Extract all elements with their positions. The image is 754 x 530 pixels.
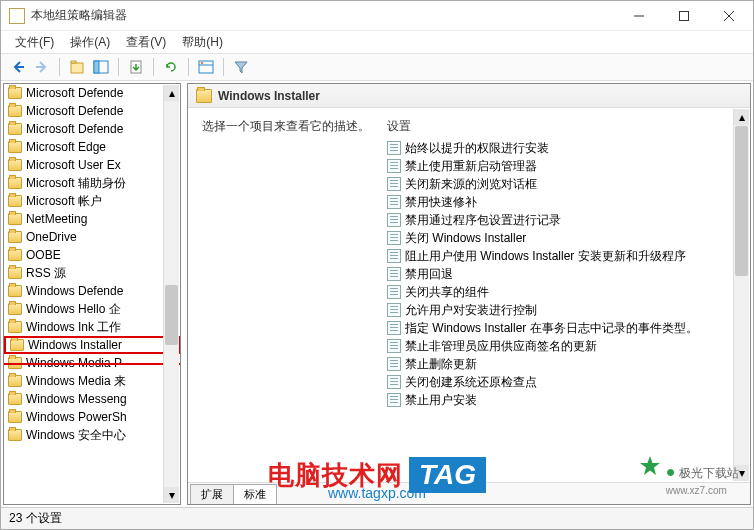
setting-item[interactable]: 禁用通过程序包设置进行记录	[387, 211, 742, 229]
tree-item[interactable]: OOBE	[4, 246, 180, 264]
toolbar-separator	[153, 58, 154, 76]
svg-rect-13	[201, 62, 203, 64]
policy-icon	[387, 375, 401, 389]
tree-item[interactable]: Windows Media 来	[4, 372, 180, 390]
tree-item[interactable]: RSS 源	[4, 264, 180, 282]
menu-file[interactable]: 文件(F)	[7, 32, 62, 53]
menu-view[interactable]: 查看(V)	[118, 32, 174, 53]
scroll-up-arrow[interactable]: ▴	[164, 85, 179, 101]
folder-icon	[8, 393, 22, 405]
forward-button[interactable]	[31, 56, 53, 78]
policy-icon	[387, 303, 401, 317]
folder-icon	[8, 249, 22, 261]
refresh-button[interactable]	[160, 56, 182, 78]
tree-scrollbar[interactable]: ▴ ▾	[163, 85, 179, 503]
tree-item[interactable]: Windows Ink 工作	[4, 318, 180, 336]
window-title: 本地组策略编辑器	[31, 7, 616, 24]
tree-pane[interactable]: Microsoft DefendeMicrosoft DefendeMicros…	[3, 83, 181, 505]
setting-item[interactable]: 禁止非管理员应用供应商签名的更新	[387, 337, 742, 355]
tree-item[interactable]: OneDrive	[4, 228, 180, 246]
policy-icon	[387, 393, 401, 407]
tree-item[interactable]: Windows Messeng	[4, 390, 180, 408]
close-button[interactable]	[706, 1, 751, 30]
filter-button[interactable]	[230, 56, 252, 78]
policy-icon	[387, 339, 401, 353]
setting-label: 关闭共享的组件	[405, 284, 489, 301]
setting-item[interactable]: 禁止使用重新启动管理器	[387, 157, 742, 175]
scroll-thumb[interactable]	[735, 126, 748, 276]
tree-item-label: Windows Messeng	[26, 392, 127, 406]
window-controls	[616, 1, 751, 30]
show-hide-tree-button[interactable]	[90, 56, 112, 78]
folder-icon	[8, 285, 22, 297]
folder-icon	[8, 213, 22, 225]
menu-action[interactable]: 操作(A)	[62, 32, 118, 53]
scroll-up-arrow[interactable]: ▴	[734, 109, 749, 125]
tree-item-label: Microsoft 辅助身份	[26, 175, 126, 192]
description-text: 选择一个项目来查看它的描述。	[202, 118, 387, 135]
folder-icon	[8, 267, 22, 279]
tree-item[interactable]: Microsoft Edge	[4, 138, 180, 156]
tree-item[interactable]: NetMeeting	[4, 210, 180, 228]
setting-item[interactable]: 始终以提升的权限进行安装	[387, 139, 742, 157]
tab-extended[interactable]: 扩展	[190, 484, 234, 504]
tree-item[interactable]: Windows PowerSh	[4, 408, 180, 426]
menu-bar: 文件(F) 操作(A) 查看(V) 帮助(H)	[1, 31, 753, 53]
tree-item[interactable]: Microsoft Defende	[4, 102, 180, 120]
folder-icon	[8, 195, 22, 207]
tree-item-label: Microsoft User Ex	[26, 158, 121, 172]
menu-help[interactable]: 帮助(H)	[174, 32, 231, 53]
toolbar	[1, 53, 753, 81]
policy-icon	[387, 159, 401, 173]
tree-item[interactable]: Windows Hello 企	[4, 300, 180, 318]
tree-item-label: Windows Hello 企	[26, 301, 121, 318]
tree-item-label: OOBE	[26, 248, 61, 262]
tree-item[interactable]: Microsoft Defende	[4, 84, 180, 102]
setting-item[interactable]: 禁用回退	[387, 265, 742, 283]
scroll-thumb[interactable]	[165, 285, 178, 345]
policy-icon	[387, 285, 401, 299]
detail-content: 选择一个项目来查看它的描述。 设置 始终以提升的权限进行安装禁止使用重新启动管理…	[188, 108, 750, 482]
tree-item[interactable]: Windows Installer	[4, 336, 180, 354]
tree-item[interactable]: Microsoft 辅助身份	[4, 174, 180, 192]
settings-header[interactable]: 设置	[387, 118, 742, 135]
policy-icon	[387, 213, 401, 227]
tree-item-label: Windows Installer	[28, 338, 122, 352]
scroll-down-arrow[interactable]: ▾	[734, 465, 749, 481]
title-bar: 本地组策略编辑器	[1, 1, 753, 31]
policy-icon	[387, 231, 401, 245]
setting-label: 始终以提升的权限进行安装	[405, 140, 549, 157]
setting-label: 关闭创建系统还原检查点	[405, 374, 537, 391]
up-button[interactable]	[66, 56, 88, 78]
folder-icon	[10, 339, 24, 351]
export-button[interactable]	[125, 56, 147, 78]
minimize-button[interactable]	[616, 1, 661, 30]
tree-item[interactable]: Windows 安全中心	[4, 426, 180, 444]
tree-item[interactable]: Windows Defende	[4, 282, 180, 300]
tree-item[interactable]: Microsoft User Ex	[4, 156, 180, 174]
tree-item-label: Windows Media 来	[26, 373, 126, 390]
tree-item-label: Windows 安全中心	[26, 427, 126, 444]
setting-item[interactable]: 关闭新来源的浏览对话框	[387, 175, 742, 193]
folder-icon	[8, 87, 22, 99]
setting-item[interactable]: 关闭创建系统还原检查点	[387, 373, 742, 391]
maximize-button[interactable]	[661, 1, 706, 30]
back-button[interactable]	[7, 56, 29, 78]
setting-item[interactable]: 允许用户对安装进行控制	[387, 301, 742, 319]
properties-button[interactable]	[195, 56, 217, 78]
setting-label: 禁止非管理员应用供应商签名的更新	[405, 338, 597, 355]
setting-item[interactable]: 指定 Windows Installer 在事务日志中记录的事件类型。	[387, 319, 742, 337]
setting-item[interactable]: 阻止用户使用 Windows Installer 安装更新和升级程序	[387, 247, 742, 265]
scroll-down-arrow[interactable]: ▾	[164, 487, 179, 503]
setting-item[interactable]: 禁止删除更新	[387, 355, 742, 373]
tree-item[interactable]: Microsoft Defende	[4, 120, 180, 138]
tab-standard[interactable]: 标准	[233, 484, 277, 504]
detail-scrollbar[interactable]: ▴ ▾	[733, 109, 749, 481]
setting-item[interactable]: 禁止用户安装	[387, 391, 742, 409]
tree-item[interactable]: Windows Media P	[4, 354, 180, 372]
setting-item[interactable]: 关闭 Windows Installer	[387, 229, 742, 247]
tree-item[interactable]: Microsoft 帐户	[4, 192, 180, 210]
setting-item[interactable]: 关闭共享的组件	[387, 283, 742, 301]
setting-item[interactable]: 禁用快速修补	[387, 193, 742, 211]
folder-icon	[8, 303, 22, 315]
